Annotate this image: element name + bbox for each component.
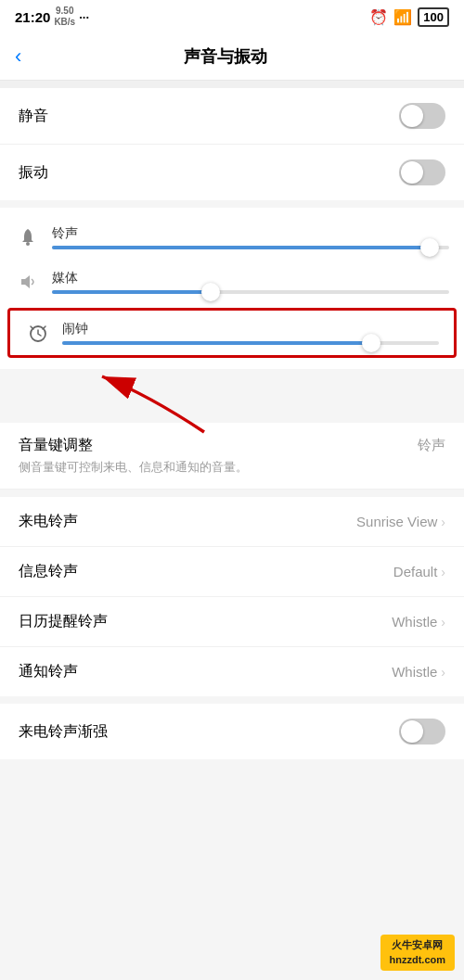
ringtone-slider-thumb: [420, 238, 439, 257]
alarm-slider-label: 闹钟: [62, 321, 439, 337]
volume-key-desc: 侧音量键可控制来电、信息和通知的音量。: [19, 459, 445, 476]
silent-row: 静音: [0, 88, 464, 145]
ringtone-slider-row: 铃声: [0, 215, 464, 260]
notification-ringtone-chevron: ›: [441, 665, 445, 680]
alarm-slider-fill: [62, 341, 371, 345]
divider-1: [0, 81, 464, 88]
status-right: ⏰ 📶 100: [369, 7, 449, 27]
back-button[interactable]: ‹: [15, 45, 21, 69]
ringtone-slider-fill: [52, 246, 430, 249]
alarm-slider-row: 闹钟: [10, 311, 454, 355]
alarm-icon: [25, 320, 51, 346]
silent-toggle[interactable]: [399, 103, 445, 129]
alarm-slider-thumb: [362, 334, 380, 352]
battery-icon: 100: [418, 7, 449, 27]
status-left: 21:20 9.50KB/s ···: [15, 6, 89, 28]
calendar-ringtone-chevron: ›: [441, 615, 445, 630]
vibration-row: 振动: [0, 145, 464, 200]
message-ringtone-chevron: ›: [441, 565, 445, 579]
gradual-ringtone-row: 来电铃声渐强: [0, 704, 464, 759]
notification-ringtone-value: Whistle: [392, 664, 437, 680]
message-ringtone-value: Default: [393, 564, 438, 579]
svg-marker-1: [21, 275, 30, 288]
vibration-toggle[interactable]: [399, 159, 445, 185]
incoming-ringtone-row[interactable]: 来电铃声 Sunrise View ›: [0, 497, 464, 547]
vibration-label: 振动: [19, 163, 48, 183]
volume-key-label: 音量键调整: [19, 436, 93, 455]
volume-key-row: 音量键调整 铃声 侧音量键可控制来电、信息和通知的音量。: [0, 423, 464, 490]
message-ringtone-nav: Default ›: [393, 564, 445, 579]
media-slider-fill: [52, 290, 211, 294]
incoming-ringtone-value: Sunrise View: [356, 514, 437, 529]
alarm-slider-container: 闹钟: [62, 321, 439, 345]
incoming-ringtone-nav: Sunrise View ›: [356, 514, 445, 529]
ringtone-slider-track[interactable]: [52, 246, 449, 249]
silent-label: 静音: [19, 107, 48, 126]
gradual-ringtone-label: 来电铃声渐强: [19, 722, 108, 742]
speaker-icon: [15, 269, 41, 295]
alarm-icon: ⏰: [369, 8, 388, 26]
status-speed: 9.50KB/s: [54, 6, 75, 28]
silent-vibration-section: 静音 振动: [0, 88, 464, 200]
status-time: 21:20: [15, 9, 50, 25]
notification-ringtone-row[interactable]: 通知铃声 Whistle ›: [0, 647, 464, 696]
incoming-ringtone-label: 来电铃声: [19, 512, 78, 531]
alarm-row-wrapper: 闹钟: [7, 308, 457, 358]
gradual-ringtone-toggle[interactable]: [399, 719, 445, 745]
ringtone-slider-container: 铃声: [52, 225, 449, 249]
gradual-ringtone-section: 来电铃声渐强: [0, 704, 464, 759]
volume-key-value: 铃声: [418, 437, 445, 454]
notification-ringtone-nav: Whistle ›: [392, 664, 445, 680]
bell-icon: [15, 224, 41, 250]
arrow-annotation: [0, 376, 464, 423]
sliders-section: 铃声 媒体: [0, 208, 464, 369]
media-slider-label: 媒体: [52, 270, 449, 286]
media-slider-container: 媒体: [52, 270, 449, 294]
ringtones-section: 来电铃声 Sunrise View › 信息铃声 Default › 日历提醒铃…: [0, 497, 464, 696]
media-slider-track[interactable]: [52, 290, 449, 294]
status-dots: ···: [79, 10, 89, 24]
calendar-ringtone-row[interactable]: 日历提醒铃声 Whistle ›: [0, 597, 464, 647]
wifi-icon: 📶: [393, 8, 412, 26]
status-bar: 21:20 9.50KB/s ··· ⏰ 📶 100: [0, 0, 464, 33]
header: ‹ 声音与振动: [0, 33, 464, 81]
page-title: 声音与振动: [29, 45, 421, 68]
calendar-ringtone-nav: Whistle ›: [392, 614, 445, 630]
alarm-slider-track[interactable]: [62, 341, 439, 345]
message-ringtone-label: 信息铃声: [19, 562, 78, 581]
svg-point-0: [26, 242, 30, 246]
media-slider-row: 媒体: [0, 260, 464, 304]
notification-ringtone-label: 通知铃声: [19, 662, 78, 681]
ringtone-slider-label: 铃声: [52, 225, 449, 242]
volume-key-section: 音量键调整 铃声 侧音量键可控制来电、信息和通知的音量。: [0, 423, 464, 490]
watermark: 火牛安卓网hnzzdt.com: [380, 935, 456, 971]
media-slider-thumb: [201, 283, 220, 301]
volume-key-main: 音量键调整 铃声: [19, 436, 445, 455]
incoming-ringtone-chevron: ›: [441, 515, 445, 529]
calendar-ringtone-value: Whistle: [392, 614, 437, 630]
calendar-ringtone-label: 日历提醒铃声: [19, 612, 108, 631]
message-ringtone-row[interactable]: 信息铃声 Default ›: [0, 547, 464, 597]
